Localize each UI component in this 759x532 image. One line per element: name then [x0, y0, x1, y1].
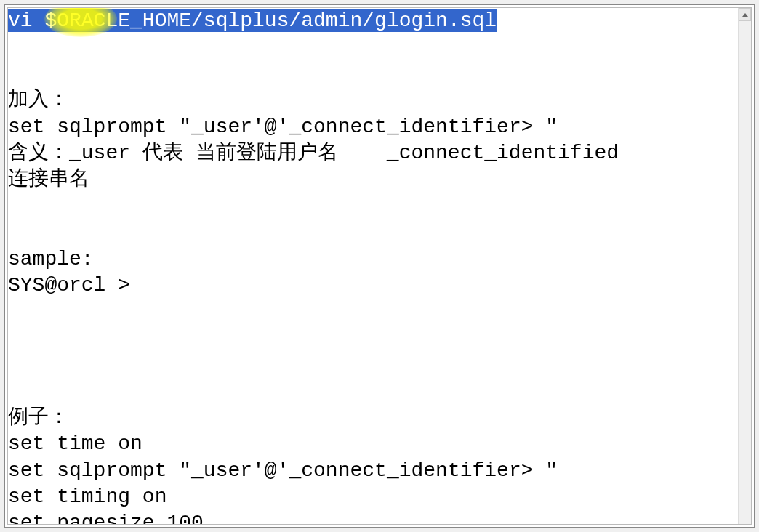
add-label: 加入： [8, 89, 69, 111]
example-line-2: set timing on [8, 485, 166, 508]
blank-line [8, 34, 738, 60]
vertical-scrollbar[interactable] [738, 8, 751, 524]
add-line1: set sqlprompt "_user'@'_connect_identifi… [8, 116, 558, 138]
vi-command-line: vi $ORACLE_HOME/sqlplus/admin/glogin.sql [8, 9, 497, 32]
add-meaning: 含义：_user 代表 当前登陆用户名 _connect_identified [8, 142, 619, 164]
blank-line-3 [8, 299, 738, 325]
sample-label: sample: [8, 248, 94, 270]
outer-frame: vi $ORACLE_HOME/sqlplus/admin/glogin.sql… [4, 4, 755, 528]
blank-line-2 [8, 193, 738, 219]
blank-line-4 [8, 352, 738, 378]
inner-frame: vi $ORACLE_HOME/sqlplus/admin/glogin.sql… [7, 7, 752, 525]
sample-line: SYS@orcl > [8, 274, 130, 297]
example-line-0: set time on [8, 432, 142, 455]
document-text: vi $ORACLE_HOME/sqlplus/admin/glogin.sql… [8, 8, 738, 525]
chevron-up-icon [742, 13, 748, 17]
example-line-3: set pagesize 100 [8, 512, 204, 525]
scroll-up-button[interactable] [739, 8, 751, 21]
example-label: 例子： [8, 406, 69, 429]
example-line-1: set sqlprompt "_user'@'_connect_identifi… [8, 459, 558, 482]
add-meaning2: 连接串名 [8, 168, 89, 190]
content-area: vi $ORACLE_HOME/sqlplus/admin/glogin.sql… [8, 8, 751, 525]
